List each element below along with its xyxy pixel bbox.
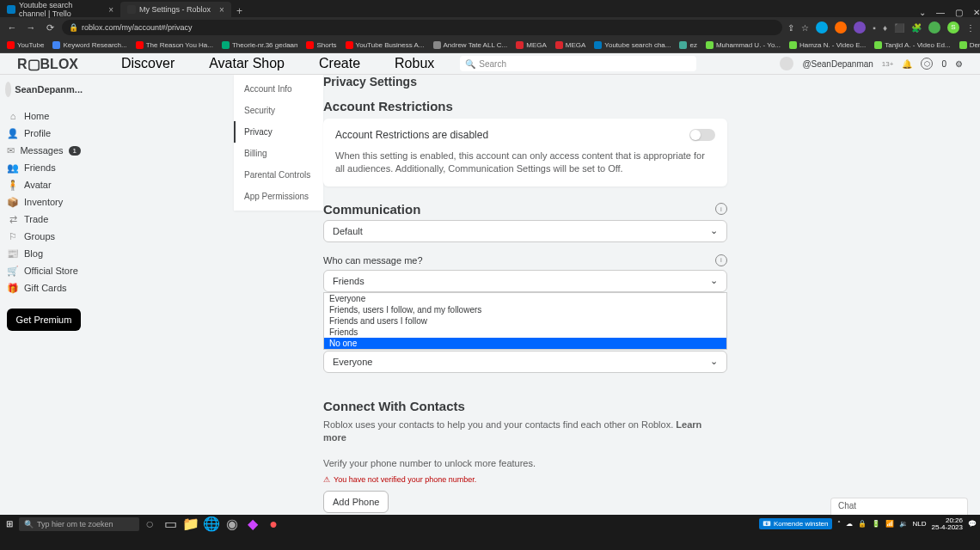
menu-icon[interactable]: ♦ xyxy=(883,23,887,33)
sidebar-item-trade[interactable]: ⇄Trade xyxy=(0,211,88,228)
tab-roblox[interactable]: My Settings - Roblox × xyxy=(120,2,231,17)
settings-nav-permissions[interactable]: App Permissions xyxy=(234,186,323,207)
option-friends[interactable]: Friends xyxy=(324,327,726,338)
battery-icon[interactable]: 🔋 xyxy=(872,520,880,528)
gear-icon[interactable]: ⚙ xyxy=(955,59,963,69)
robux-icon[interactable]: ⬡ xyxy=(921,58,933,70)
nav-discover[interactable]: Discover xyxy=(121,56,175,71)
bookmark[interactable]: YouTube Business A... xyxy=(346,41,425,49)
bookmark[interactable]: Youtube search cha... xyxy=(594,41,671,49)
star-icon[interactable]: ☆ xyxy=(801,23,809,33)
ext-icon[interactable] xyxy=(835,21,847,34)
option-following[interactable]: Friends and users I follow xyxy=(324,315,726,327)
app-icon[interactable]: ● xyxy=(266,517,280,531)
taskbar-search[interactable]: 🔍 Typ hier om te zoeken xyxy=(19,517,139,531)
communication-default-select[interactable]: Default ⌄ xyxy=(323,220,727,242)
bookmark[interactable]: Andrew Tate ALL C... xyxy=(433,41,508,49)
nav-robux[interactable]: Robux xyxy=(395,56,434,71)
info-icon[interactable]: i xyxy=(715,254,727,266)
bookmark[interactable]: Denis M. - Video ed... xyxy=(959,41,980,49)
puzzle-icon[interactable]: 🧩 xyxy=(911,23,922,33)
settings-nav-parental[interactable]: Parental Controls xyxy=(234,164,323,186)
roblox-logo[interactable]: R▢BLOX xyxy=(17,56,78,72)
bookmark[interactable]: MEGA xyxy=(555,41,586,49)
notification-toast[interactable]: 📧 Komende winsten xyxy=(759,518,832,529)
settings-nav-privacy[interactable]: Privacy xyxy=(234,121,323,143)
ext-icon[interactable] xyxy=(854,21,866,34)
tab-trello[interactable]: Youtube search channel | Trello × xyxy=(0,2,120,17)
chat-bar[interactable]: Chat xyxy=(830,498,968,515)
bookmark[interactable]: YouTube xyxy=(7,41,44,49)
close-icon[interactable]: × xyxy=(219,5,224,15)
steam-icon[interactable]: ◉ xyxy=(225,517,239,531)
kebab-icon[interactable]: ⋮ xyxy=(966,23,975,33)
bookmark[interactable]: Tanjid A. - Video Ed... xyxy=(874,41,950,49)
bookmark[interactable]: Hamza N. - Video E... xyxy=(789,41,866,49)
sidebar-user[interactable]: SeanDepanm... xyxy=(0,80,88,99)
get-premium-button[interactable]: Get Premium xyxy=(7,309,81,331)
notifications-icon[interactable]: 💬 xyxy=(968,520,977,528)
sidebar-item-gift[interactable]: 🎁Gift Cards xyxy=(0,279,88,296)
option-everyone[interactable]: Everyone xyxy=(324,293,726,304)
nav-create[interactable]: Create xyxy=(319,56,360,71)
close-icon[interactable]: × xyxy=(108,5,113,15)
username[interactable]: @SeanDepanman xyxy=(802,59,873,69)
clock-date[interactable]: 25-4-2023 xyxy=(932,524,963,531)
cortana-icon[interactable]: ○ xyxy=(143,517,156,531)
chrome-icon[interactable]: 🌐 xyxy=(205,517,218,531)
wifi-icon[interactable]: 📶 xyxy=(885,520,894,528)
sidebar-item-home[interactable]: ⌂Home xyxy=(0,107,88,125)
ext-icon[interactable] xyxy=(816,21,828,34)
bookmark[interactable]: Keyword Research... xyxy=(52,41,126,49)
sidebar-item-store[interactable]: 🛒Official Store xyxy=(0,262,88,279)
bookmark[interactable]: The Reason You Ha... xyxy=(136,41,213,49)
bookmark[interactable]: ez xyxy=(679,41,696,49)
sidebar-item-profile[interactable]: 👤Profile xyxy=(0,125,88,142)
settings-nav-billing[interactable]: Billing xyxy=(234,143,323,164)
explorer-icon[interactable]: 📁 xyxy=(184,517,198,531)
bookmark[interactable]: Shorts xyxy=(306,41,336,49)
sidebar-item-inventory[interactable]: 📦Inventory xyxy=(0,193,88,211)
sidebar-item-avatar[interactable]: 🧍Avatar xyxy=(0,176,88,193)
minimize-icon[interactable]: — xyxy=(936,8,945,17)
option-noone[interactable]: No one xyxy=(324,338,726,349)
profile-icon[interactable]: S xyxy=(947,21,959,34)
share-icon[interactable]: ⇪ xyxy=(787,23,794,33)
restrictions-toggle[interactable] xyxy=(689,129,715,141)
add-phone-button[interactable]: Add Phone xyxy=(323,491,389,513)
sidebar-item-messages[interactable]: ✉Messages1 xyxy=(0,142,88,159)
sidebar-item-friends[interactable]: 👥Friends xyxy=(0,159,88,176)
sidebar-item-groups[interactable]: ⚐Groups xyxy=(0,228,88,245)
close-window-icon[interactable]: ✕ xyxy=(973,8,980,17)
forward-icon[interactable]: → xyxy=(24,22,38,33)
info-icon[interactable]: i xyxy=(715,203,727,215)
chevron-down-icon[interactable]: ⌄ xyxy=(919,8,926,17)
start-button[interactable]: ⊞ xyxy=(3,518,15,530)
nav-avatar-shop[interactable]: Avatar Shop xyxy=(209,56,285,71)
avatar[interactable] xyxy=(780,57,793,70)
onedrive-icon[interactable]: ☁ xyxy=(846,520,853,528)
reload-icon[interactable]: ⟳ xyxy=(43,22,57,34)
search-input[interactable]: 🔍 Search xyxy=(460,56,696,71)
chat-select[interactable]: Everyone ⌄ xyxy=(323,351,727,373)
task-view-icon[interactable]: ▭ xyxy=(163,517,177,531)
menu-icon[interactable]: ▪ xyxy=(873,23,876,33)
notification-icon[interactable]: 🔔 xyxy=(902,59,912,69)
lang-indicator[interactable]: NLD xyxy=(913,520,927,528)
option-followers[interactable]: Friends, users I follow, and my follower… xyxy=(324,304,726,315)
back-icon[interactable]: ← xyxy=(5,22,19,33)
maximize-icon[interactable]: ▢ xyxy=(955,8,963,17)
sidebar-item-blog[interactable]: 📰Blog xyxy=(0,245,88,262)
tray-chevron-icon[interactable]: ˄ xyxy=(837,520,841,528)
settings-nav-account[interactable]: Account Info xyxy=(234,78,323,100)
new-tab-button[interactable]: + xyxy=(231,5,248,17)
ext-icon[interactable] xyxy=(928,21,940,34)
bookmark[interactable]: MEGA xyxy=(516,41,547,49)
message-select[interactable]: Friends ⌄ xyxy=(323,270,727,292)
lock-icon[interactable]: 🔒 xyxy=(858,520,867,528)
ext-icon[interactable]: ⬛ xyxy=(894,23,904,33)
address-bar[interactable]: 🔒 roblox.com/my/account#/privacy xyxy=(62,20,782,35)
app-icon[interactable]: ◆ xyxy=(246,517,260,531)
settings-nav-security[interactable]: Security xyxy=(234,100,323,121)
bookmark[interactable]: Muhammad U. - Yo... xyxy=(706,41,781,49)
